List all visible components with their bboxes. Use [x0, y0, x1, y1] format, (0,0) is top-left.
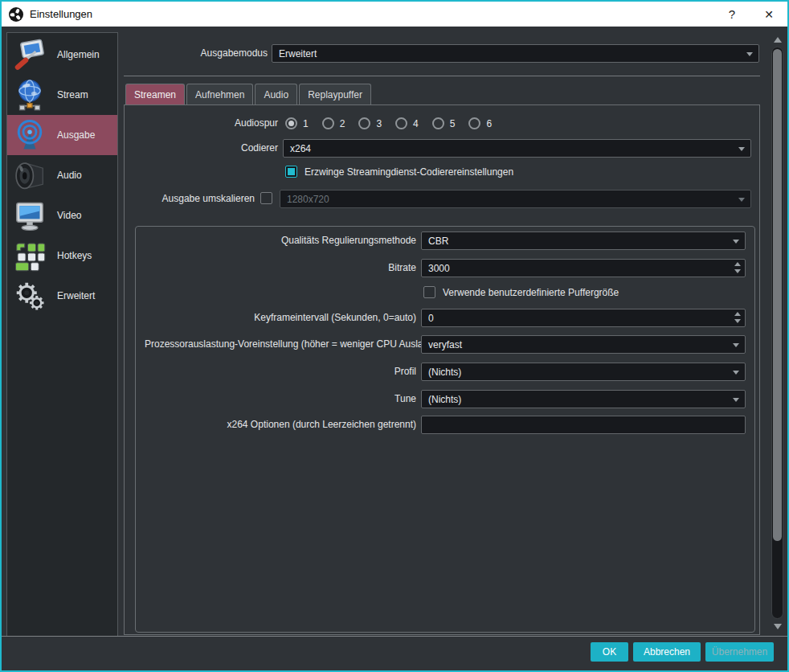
sidebar-item-advanced[interactable]: Erweitert: [7, 276, 117, 316]
cpu-preset-select[interactable]: veryfast: [421, 335, 746, 354]
hotkeys-icon: [14, 240, 46, 272]
encoder-select[interactable]: x264: [283, 139, 751, 158]
bitrate-label: Bitrate: [145, 259, 416, 277]
general-icon: [14, 39, 46, 71]
radio-icon: [468, 117, 480, 129]
chevron-down-icon: [746, 52, 753, 56]
tab-recording[interactable]: Aufnehmen: [186, 84, 253, 104]
radio-label: 3: [376, 118, 382, 129]
obs-logo-icon: [9, 7, 23, 22]
profile-value: (Nichts): [428, 367, 461, 378]
encoder-label: Codierer: [129, 139, 278, 158]
bitrate-spinner[interactable]: [421, 259, 746, 277]
rate-control-select[interactable]: CBR: [421, 232, 746, 250]
cpu-preset-value: veryfast: [428, 339, 462, 350]
chevron-down-icon: [738, 198, 745, 202]
x264-options-input[interactable]: [428, 420, 738, 431]
tune-value: (Nichts): [428, 394, 461, 405]
rescale-resolution-select[interactable]: 1280x720: [280, 190, 751, 208]
spin-down-icon[interactable]: [734, 269, 741, 273]
output-icon: [14, 119, 46, 151]
audio-track-option-6[interactable]: 6: [468, 117, 492, 129]
output-mode-value: Erweitert: [279, 48, 317, 59]
chevron-down-icon: [733, 398, 739, 402]
scroll-up-button[interactable]: [770, 34, 785, 45]
audio-icon: [14, 159, 46, 191]
tab-replay-buffer[interactable]: Replaypuffer: [299, 84, 371, 104]
sidebar-item-label: Hotkeys: [57, 250, 92, 261]
audio-track-option-5[interactable]: 5: [432, 117, 456, 129]
audio-track-option-4[interactable]: 4: [395, 117, 419, 129]
audio-track-label: Audiospur: [129, 114, 278, 133]
tune-select[interactable]: (Nichts): [421, 390, 746, 408]
sidebar-item-stream[interactable]: Stream: [7, 75, 117, 115]
help-button[interactable]: ?: [719, 2, 745, 27]
chevron-down-icon: [733, 343, 739, 347]
rescale-output-checkbox[interactable]: [260, 192, 272, 204]
radio-label: 1: [303, 118, 309, 129]
tab-audio[interactable]: Audio: [255, 84, 297, 104]
radio-icon: [322, 117, 334, 129]
output-tabs: Streamen Aufnehmen Audio Replaypuffer: [125, 84, 371, 104]
encoder-value: x264: [290, 143, 311, 154]
sidebar-item-general[interactable]: Allgemein: [7, 35, 117, 75]
radio-label: 4: [413, 118, 419, 129]
scrollbar-track[interactable]: [771, 47, 783, 619]
stream-icon: [14, 79, 46, 111]
audio-track-option-1[interactable]: 1: [285, 117, 309, 129]
rescale-output-label: Ausgabe umskalieren: [96, 190, 255, 208]
cancel-button[interactable]: Abbrechen: [633, 642, 701, 662]
chevron-down-icon: [733, 240, 739, 244]
radio-icon: [432, 117, 444, 129]
tune-label: Tune: [145, 390, 416, 408]
enforce-service-settings-label: Erzwinge Streamingdienst-Codierereinstel…: [305, 166, 513, 179]
audio-track-option-2[interactable]: 2: [322, 117, 345, 129]
keyframe-interval-spinner[interactable]: [421, 309, 746, 327]
video-icon: [14, 199, 46, 232]
footer-separator: [0, 636, 789, 637]
arrow-down-icon: [774, 624, 782, 629]
spin-down-icon[interactable]: [734, 319, 741, 323]
sidebar-item-output[interactable]: Ausgabe: [7, 115, 117, 155]
spin-up-icon[interactable]: [734, 262, 741, 266]
chevron-down-icon: [738, 147, 745, 151]
close-button[interactable]: ✕: [756, 2, 782, 27]
settings-sidebar: Allgemein Stream: [6, 32, 118, 637]
profile-select[interactable]: (Nichts): [421, 363, 746, 381]
rate-control-value: CBR: [428, 236, 448, 247]
radio-label: 5: [450, 118, 456, 129]
bitrate-input[interactable]: [428, 263, 729, 274]
settings-dialog: Einstellungen ? ✕ Allgemein: [0, 0, 789, 672]
apply-button[interactable]: Übernehmen: [705, 642, 774, 662]
custom-buffer-size-checkbox[interactable]: [423, 286, 435, 298]
radio-icon: [285, 117, 297, 129]
keyframe-interval-label: Keyframeintervall (Sekunden, 0=auto): [145, 309, 416, 327]
cpu-preset-label: Prozessorauslastung-Voreinstellung (höhe…: [145, 335, 416, 354]
arrow-up-icon: [774, 37, 782, 43]
sidebar-item-label: Video: [57, 210, 81, 221]
spin-up-icon[interactable]: [734, 312, 741, 316]
custom-buffer-size-label: Verwende benutzerdefinierte Puffergröße: [443, 286, 619, 300]
sidebar-item-hotkeys[interactable]: Hotkeys: [7, 236, 117, 276]
titlebar: Einstellungen ? ✕: [2, 2, 787, 27]
ok-button[interactable]: OK: [591, 642, 628, 662]
rate-control-label: Qualitäts Regulierungsmethode: [145, 232, 416, 250]
radio-icon: [395, 117, 407, 129]
sidebar-item-label: Audio: [57, 170, 82, 181]
sidebar-item-label: Ausgabe: [57, 129, 95, 141]
vertical-scrollbar: [770, 34, 785, 632]
tab-streaming[interactable]: Streamen: [125, 84, 185, 104]
keyframe-interval-input[interactable]: [428, 313, 729, 324]
enforce-service-settings-checkbox[interactable]: [285, 166, 297, 178]
scroll-down-button[interactable]: [770, 621, 785, 632]
audio-track-option-3[interactable]: 3: [358, 117, 382, 129]
spinner-arrows: [734, 262, 741, 273]
rescale-resolution-value: 1280x720: [287, 194, 329, 205]
x264-options-field[interactable]: [421, 416, 746, 434]
sidebar-item-label: Allgemein: [57, 49, 100, 60]
output-mode-select[interactable]: Erweitert: [272, 44, 759, 63]
radio-icon: [358, 117, 370, 129]
scrollbar-thumb[interactable]: [773, 49, 782, 541]
sidebar-item-label: Stream: [57, 89, 88, 100]
radio-label: 6: [486, 118, 492, 129]
